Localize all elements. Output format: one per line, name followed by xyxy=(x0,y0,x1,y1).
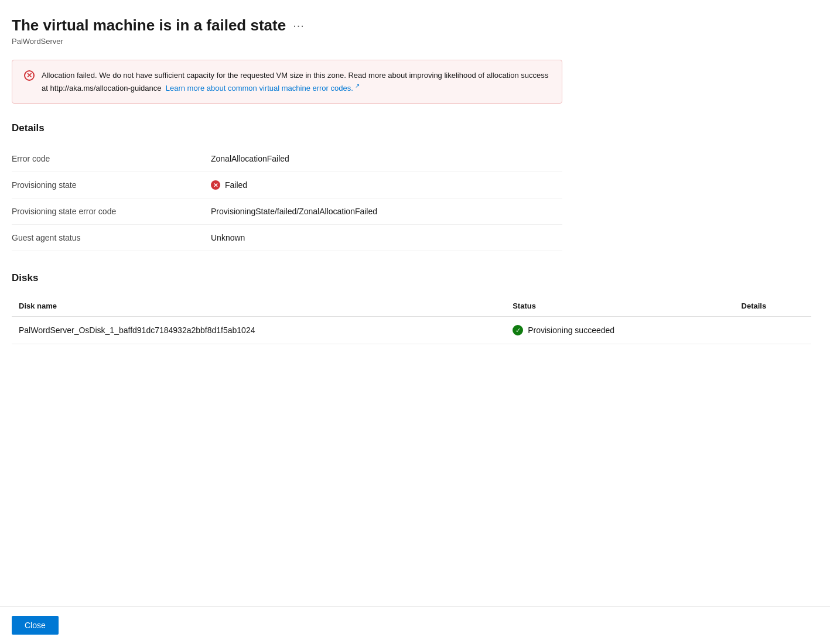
table-row: Provisioning state ✕ Failed xyxy=(12,172,562,198)
detail-value-provisioning-error-code: ProvisioningState/failed/ZonalAllocation… xyxy=(211,207,377,216)
col-header-disk-name: Disk name xyxy=(12,296,505,317)
disk-name-cell: PalWordServer_OsDisk_1_baffd91dc7184932a… xyxy=(12,317,505,344)
detail-value-guest-agent: Unknown xyxy=(211,233,245,242)
subtitle: PalWordServer xyxy=(12,37,811,46)
disk-status-text: Provisioning succeeded xyxy=(528,326,614,335)
error-circle-icon: ✕ xyxy=(24,70,35,81)
page-title: The virtual machine is in a failed state xyxy=(12,16,286,35)
detail-label-error-code: Error code xyxy=(12,154,211,163)
more-options-icon[interactable]: ··· xyxy=(293,19,305,32)
table-row: Provisioning state error code Provisioni… xyxy=(12,198,562,225)
detail-value-provisioning-state: ✕ Failed xyxy=(211,180,247,190)
table-row: Guest agent status Unknown xyxy=(12,225,562,251)
close-button[interactable]: Close xyxy=(12,616,59,635)
details-section: Details Error code ZonalAllocationFailed… xyxy=(12,122,811,251)
alert-text: Allocation failed. We do not have suffic… xyxy=(42,70,550,94)
disks-section: Disks Disk name Status Details PalWordSe… xyxy=(12,272,811,344)
disk-details-cell xyxy=(735,317,811,344)
disks-table-header-row: Disk name Status Details xyxy=(12,296,811,317)
detail-label-guest-agent: Guest agent status xyxy=(12,233,211,242)
table-row: Error code ZonalAllocationFailed xyxy=(12,146,562,172)
table-row: PalWordServer_OsDisk_1_baffd91dc7184932a… xyxy=(12,317,811,344)
details-table: Error code ZonalAllocationFailed Provisi… xyxy=(12,146,562,251)
col-header-status: Status xyxy=(505,296,734,317)
detail-value-error-code: ZonalAllocationFailed xyxy=(211,154,289,163)
success-icon: ✓ xyxy=(513,325,523,335)
disks-section-title: Disks xyxy=(12,272,811,284)
alert-banner: ✕ Allocation failed. We do not have suff… xyxy=(12,60,562,104)
details-section-title: Details xyxy=(12,122,811,134)
alert-link[interactable]: Learn more about common virtual machine … xyxy=(166,84,360,93)
disk-status-cell: ✓ Provisioning succeeded xyxy=(505,317,734,344)
detail-label-provisioning-state: Provisioning state xyxy=(12,180,211,190)
detail-label-provisioning-error-code: Provisioning state error code xyxy=(12,207,211,216)
disks-table: Disk name Status Details PalWordServer_O… xyxy=(12,296,811,344)
footer: Close xyxy=(0,606,830,644)
failed-icon: ✕ xyxy=(211,180,220,190)
col-header-details: Details xyxy=(735,296,811,317)
